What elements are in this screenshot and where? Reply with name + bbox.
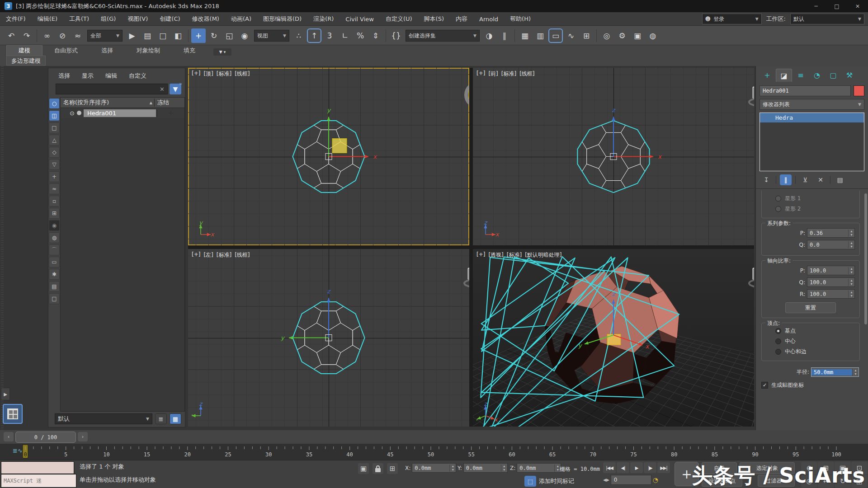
pin-stack-button[interactable]: ↧: [760, 174, 772, 185]
radio-vertex-2[interactable]: 中心: [764, 336, 857, 347]
ribbon-tab-2[interactable]: 自由形式: [42, 46, 90, 56]
toggle-scene-explorer-button[interactable]: ▦: [518, 28, 532, 43]
toggle-ribbon-button[interactable]: ▭: [548, 28, 563, 43]
tab-display[interactable]: ▢: [826, 69, 841, 82]
tab-motion[interactable]: ◔: [809, 69, 825, 82]
schematic-view-button[interactable]: ⊞: [579, 28, 594, 43]
ribbon-tab-1[interactable]: 建模: [6, 45, 42, 56]
menu-item-2[interactable]: 编辑(E): [32, 12, 63, 26]
visibility-eye-icon[interactable]: ⊙: [70, 110, 75, 117]
named-selection-sets-dropdown[interactable]: 创建选择集▼: [406, 30, 480, 42]
menu-item-10[interactable]: 渲染(R): [307, 12, 340, 26]
explorer-sort-layer-button[interactable]: ◫: [49, 110, 60, 121]
viewport-left[interactable]: yz[+][左][标准][线框]yz: [188, 249, 469, 427]
unlink-selection-button[interactable]: ⊘: [55, 28, 70, 43]
object-color-swatch[interactable]: [854, 85, 864, 96]
radius-spinner[interactable]: 50.0mm ▴▾: [811, 367, 859, 377]
window-crossing-toggle[interactable]: ◧: [171, 28, 185, 43]
explorer-filter-materials-button[interactable]: ◍: [49, 232, 60, 243]
viewport-layout-button[interactable]: [3, 404, 23, 424]
align-button[interactable]: ∥: [497, 28, 512, 43]
viewport-shading-label[interactable]: [线框]: [519, 70, 534, 78]
p-spinner[interactable]: 0.36 ▴▾: [807, 228, 855, 238]
undo-button[interactable]: ↶: [4, 28, 19, 43]
viewport-menu-label[interactable]: [+]: [192, 251, 200, 259]
explorer-search-input[interactable]: ✕: [56, 84, 168, 94]
current-frame-field[interactable]: 0: [611, 475, 651, 485]
menu-item-3[interactable]: 工具(T): [63, 12, 95, 26]
menu-item-7[interactable]: 修改器(M): [186, 12, 225, 26]
reference-coordinate-dropdown[interactable]: 视图▼: [254, 30, 289, 42]
explorer-menu-2[interactable]: 显示: [82, 72, 94, 80]
tab-hierarchy[interactable]: ≡: [793, 69, 808, 82]
rectangular-selection-region-button[interactable]: □: [156, 28, 170, 43]
rendered-frame-window-button[interactable]: ▣: [630, 28, 645, 43]
next-frame-button[interactable]: |▶: [644, 462, 656, 473]
add-time-tag[interactable]: ⬚ 添加时间标记: [524, 476, 574, 487]
app-logo-icon[interactable]: 3: [5, 2, 12, 10]
explorer-filter-geometry-button[interactable]: □: [49, 122, 60, 133]
select-object-button[interactable]: ▶: [125, 28, 139, 43]
spinner-arrows-icon[interactable]: ▴▾: [848, 291, 854, 298]
close-button[interactable]: ✕: [847, 0, 868, 12]
material-editor-button[interactable]: ◎: [599, 28, 614, 43]
command-panel-scrollbar[interactable]: [864, 193, 867, 324]
menu-item-15[interactable]: Arnold: [473, 12, 504, 26]
viewport-front[interactable]: xz[+][前][标准][线框]xz: [473, 68, 754, 245]
ribbon-subtab-polygon-modeling[interactable]: 多边形建模: [6, 56, 46, 66]
explorer-filter-lights-button[interactable]: ◇: [49, 147, 60, 158]
explorer-menu-4[interactable]: 自定义: [129, 72, 146, 80]
time-slider[interactable]: 0 / 100: [15, 432, 76, 443]
explorer-folder-button[interactable]: □: [49, 293, 60, 304]
viewport-pov-label[interactable]: [前]: [488, 70, 498, 78]
radio-vertex-1[interactable]: 基点: [764, 326, 857, 336]
menu-item-14[interactable]: 内容: [450, 12, 473, 26]
axis-p-spinner[interactable]: 100.0 ▴▾: [807, 266, 855, 275]
play-button[interactable]: ▶: [630, 462, 643, 473]
toggle-layer-explorer-button[interactable]: ▥: [533, 28, 547, 43]
menu-item-13[interactable]: 脚本(S): [418, 12, 450, 26]
menu-item-16[interactable]: 帮助(H): [504, 12, 537, 26]
x-coordinate-field[interactable]: X: 0.0mm▴▾: [405, 463, 456, 473]
previous-frame-arrow[interactable]: ‹: [4, 432, 14, 441]
minimize-button[interactable]: ─: [806, 0, 826, 12]
expand-rail-button[interactable]: ▶: [1, 388, 10, 400]
signin-dropdown[interactable]: ☻ 登录 ▼: [702, 14, 762, 24]
viewport-shading-label[interactable]: [默认明暗处理]: [525, 251, 561, 259]
menu-item-12[interactable]: 自定义(U): [380, 12, 418, 26]
spinner-arrows-icon[interactable]: ▴▾: [848, 267, 854, 274]
tab-create[interactable]: +: [760, 69, 775, 82]
explorer-settings-button[interactable]: ▤: [49, 281, 60, 292]
mirror-button[interactable]: ◑: [482, 28, 496, 43]
remove-modifier-button[interactable]: ✕: [815, 174, 826, 185]
time-configuration-icon[interactable]: ◔: [653, 476, 658, 483]
maximize-button[interactable]: □: [826, 0, 847, 12]
select-and-rotate-button[interactable]: ↻: [207, 28, 221, 43]
explorer-filter-spacewarps-button[interactable]: ≈: [49, 183, 60, 194]
viewport-menu-label[interactable]: [+]: [476, 251, 485, 259]
spinner-arrows-icon[interactable]: ▴▾: [848, 279, 854, 286]
viewport-pov-label[interactable]: [顶]: [203, 70, 213, 78]
explorer-filter-groups-button[interactable]: ▫: [49, 196, 60, 206]
cube-icon[interactable]: ⬚: [524, 476, 536, 487]
axis-r-spinner[interactable]: 100.0 ▴▾: [807, 289, 855, 299]
freeze-cell[interactable]: ✛: [157, 110, 184, 117]
configure-modifier-sets-button[interactable]: ▤: [834, 174, 846, 185]
spinner-snap-toggle[interactable]: ⇕: [368, 28, 383, 43]
select-and-manipulate-button[interactable]: ↑: [307, 28, 321, 43]
show-end-result-button[interactable]: ∥: [780, 174, 792, 185]
go-to-start-button[interactable]: |◀◀: [603, 462, 616, 473]
viewport-pov-label[interactable]: [透视]: [488, 251, 503, 259]
spinner-arrows-icon[interactable]: ▴▾: [848, 230, 854, 237]
render-setup-button[interactable]: ⚙: [615, 28, 629, 43]
go-to-end-button[interactable]: ▶▶|: [657, 462, 670, 473]
menu-item-9[interactable]: 图形编辑器(D): [257, 12, 307, 26]
viewport-menu-label[interactable]: [+]: [192, 70, 200, 78]
render-production-button[interactable]: ◍: [646, 28, 660, 43]
column-header-freeze[interactable]: 冻结: [154, 99, 184, 107]
viewport-standard-label[interactable]: [标准]: [501, 70, 516, 78]
y-coordinate-field[interactable]: Y: 0.0mm▴▾: [458, 463, 508, 473]
menu-item-11[interactable]: Civil View: [340, 12, 380, 26]
radio-star2[interactable]: 星形 2: [764, 204, 857, 214]
select-and-move-button[interactable]: +: [191, 28, 206, 43]
